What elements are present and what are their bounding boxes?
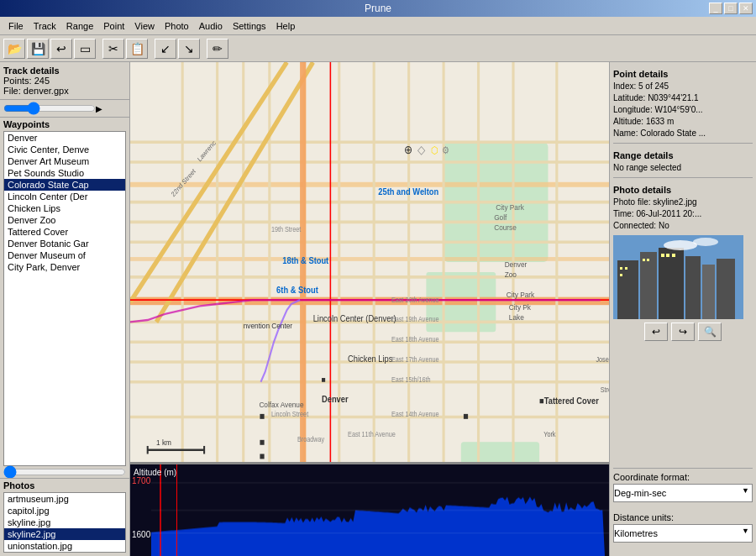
photo-connected: Connected: No: [613, 220, 753, 232]
right-panel: Point details Index: 5 of 245 Latitude: …: [609, 62, 756, 556]
track-details: Track details Points: 245 File: denver.g…: [0, 62, 129, 100]
svg-point-97: [664, 240, 697, 250]
center-panel: 25th and Welton 18th & Stout 6th & Stout…: [130, 62, 609, 556]
title-bar: Prune _ □ ✕: [0, 0, 756, 17]
interpolate2-button[interactable]: ↘: [178, 39, 200, 59]
menu-photo[interactable]: Photo: [160, 20, 194, 32]
menu-settings[interactable]: Settings: [228, 20, 271, 32]
svg-text:City Park: City Park: [507, 290, 535, 299]
svg-rect-96: [672, 254, 675, 257]
open-button[interactable]: 📂: [3, 39, 25, 59]
point-name: Name: Colorado State ...: [613, 128, 753, 139]
distance-units-select[interactable]: Kilometres Miles Nautical miles: [613, 524, 753, 543]
menu-help[interactable]: Help: [271, 20, 301, 32]
waypoints-section: Waypoints DenverCivic Center, DenveDenve…: [0, 118, 129, 479]
waypoint-item[interactable]: Colorado State Cap: [4, 179, 125, 191]
interpolate-button[interactable]: ↙: [155, 39, 176, 59]
waypoint-item[interactable]: Denver: [4, 132, 125, 144]
waypoint-item[interactable]: Denver Zoo: [4, 214, 125, 226]
svg-rect-84: [640, 252, 657, 319]
photo-controls: ↩ ↪ 🔍: [613, 323, 753, 341]
paste-button[interactable]: 📋: [126, 39, 148, 59]
menu-range[interactable]: Range: [61, 20, 98, 32]
photos-title: Photos: [0, 479, 129, 492]
waypoint-item[interactable]: Pet Sounds Studio: [4, 167, 125, 179]
svg-text:East 19th Avenue: East 19th Avenue: [391, 316, 439, 324]
menu-track[interactable]: Track: [29, 20, 61, 32]
svg-rect-60: [260, 454, 264, 459]
track-slider[interactable]: [3, 102, 96, 115]
map-area[interactable]: 25th and Welton 18th & Stout 6th & Stout…: [130, 62, 609, 464]
photo-item[interactable]: artmuseum.jpg: [4, 493, 125, 505]
svg-rect-93: [647, 259, 649, 261]
svg-text:Denver: Denver: [322, 394, 349, 404]
point-longitude: Longitude: W104°59'0...: [613, 104, 753, 116]
svg-text:York: York: [543, 431, 555, 439]
window-controls: _ □ ✕: [709, 3, 753, 14]
svg-rect-58: [260, 414, 264, 419]
svg-text:Lincoln Street: Lincoln Street: [271, 411, 309, 419]
waypoint-item[interactable]: Denver Botanic Gar: [4, 238, 125, 249]
svg-text:18th & Stout: 18th & Stout: [282, 256, 328, 266]
waypoint-item[interactable]: Lincoln Center (Der: [4, 191, 125, 202]
menu-audio[interactable]: Audio: [194, 20, 228, 32]
svg-text:Josephine: Josephine: [596, 356, 609, 365]
waypoints-list[interactable]: DenverCivic Center, DenveDenver Art Muse…: [3, 131, 126, 466]
svg-rect-86: [685, 256, 701, 319]
photo-item[interactable]: skyline.jpg: [4, 517, 125, 528]
sep3: [613, 468, 753, 469]
close-button[interactable]: ✕: [739, 3, 753, 14]
svg-rect-91: [620, 274, 622, 276]
photo-item[interactable]: unionstation.jpg: [4, 540, 125, 552]
svg-rect-92: [643, 259, 645, 261]
menu-file[interactable]: File: [3, 20, 29, 32]
waypoint-item[interactable]: Denver Museum of: [4, 249, 125, 261]
panel-bottom: Coordinate format: Deg-min-sec Degrees D…: [613, 464, 753, 553]
alt-label-1600: 1600: [132, 530, 150, 539]
svg-text:City Pk: City Pk: [509, 303, 532, 312]
left-panel: Track details Points: 245 File: denver.g…: [0, 62, 130, 556]
photo-time: Time: 06-Jul-2011 20:...: [613, 208, 753, 220]
svg-text:East 11th Avenue: East 11th Avenue: [348, 431, 396, 439]
photo-file: Photo file: skyline2.jpg: [613, 197, 753, 208]
point-details-title: Point details: [613, 69, 753, 79]
save-button[interactable]: 💾: [27, 39, 49, 59]
waypoint-item[interactable]: City Park, Denver: [4, 261, 125, 273]
waypoint-item[interactable]: Denver Art Museum: [4, 155, 125, 167]
svg-text:Zoo: Zoo: [505, 270, 517, 279]
distance-units-label: Distance units:: [613, 512, 753, 522]
maximize-button[interactable]: □: [724, 3, 738, 14]
photos-list[interactable]: artmuseum.jpgcapitol.jpgskyline.jpgskyli…: [3, 492, 126, 553]
undo-button[interactable]: ↩: [50, 39, 72, 59]
photo-prev-button[interactable]: ↩: [644, 323, 668, 341]
waypoint-item[interactable]: Chicken Lips: [4, 202, 125, 214]
track-file: File: denver.gpx: [3, 86, 126, 96]
svg-text:Street: Street: [601, 386, 609, 394]
minimize-button[interactable]: _: [709, 3, 722, 14]
waypoint-item[interactable]: Civic Center, Denve: [4, 144, 125, 155]
svg-text:East 17th Avenue: East 17th Avenue: [391, 356, 439, 365]
svg-text:Course: Course: [494, 223, 517, 232]
svg-text:⬡: ⬡: [431, 145, 438, 156]
svg-point-98: [693, 238, 718, 246]
photo-item[interactable]: skyline2.jpg: [4, 528, 125, 540]
waypoints-hscroll[interactable]: [3, 465, 126, 479]
clear-button[interactable]: ▭: [74, 39, 96, 59]
svg-text:6th & Stout: 6th & Stout: [276, 285, 318, 295]
svg-text:19th Street: 19th Street: [271, 226, 302, 234]
photo-item[interactable]: capitol.jpg: [4, 505, 125, 517]
photo-next-button[interactable]: ↪: [671, 323, 695, 341]
draw-button[interactable]: ✏: [207, 39, 228, 59]
waypoints-scrollbar[interactable]: [0, 466, 129, 478]
track-points: Points: 245: [3, 76, 126, 86]
waypoint-item[interactable]: Tattered Cover: [4, 226, 125, 238]
cut-button[interactable]: ✂: [102, 39, 124, 59]
coord-format-select[interactable]: Deg-min-sec Degrees Deg-min: [613, 484, 753, 502]
menu-point[interactable]: Point: [98, 20, 129, 32]
photo-zoom-button[interactable]: 🔍: [698, 323, 722, 341]
range-no-range: No range selected: [613, 162, 753, 174]
svg-rect-87: [702, 265, 715, 319]
sep1: [613, 143, 753, 144]
point-index: Index: 5 of 245: [613, 81, 753, 92]
menu-view[interactable]: View: [129, 20, 160, 32]
